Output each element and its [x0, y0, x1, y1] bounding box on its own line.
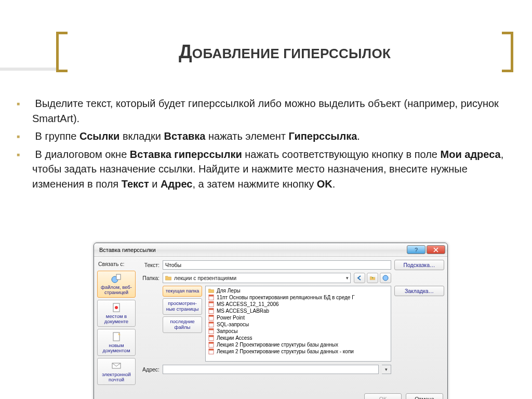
- list-item[interactable]: 11пт Основы проектирования реляционных Б…: [206, 294, 391, 301]
- browse-view-tabs: текущая папка просмотрен-ные страницы по…: [163, 286, 202, 362]
- tab-current-folder[interactable]: текущая папка: [163, 286, 202, 297]
- rail-label: Связать с:: [97, 261, 136, 269]
- dialog-footer: ОК Отмена: [94, 390, 447, 400]
- back-button[interactable]: [354, 273, 365, 283]
- bullet-text: Выделите текст, который будет гиперссылк…: [32, 98, 499, 124]
- bracket-right-icon: [502, 32, 513, 72]
- slide-title: Добавление гиперссылок: [68, 41, 502, 63]
- globe-file-icon: [111, 273, 122, 284]
- file-name: MS ACCESS_12_11_2006: [217, 301, 279, 307]
- tab-recent-files[interactable]: последние файлы: [163, 316, 202, 333]
- svg-rect-8: [209, 295, 214, 296]
- svg-point-3: [115, 306, 118, 309]
- slide-title-block: Добавление гиперссылок: [56, 26, 513, 78]
- svg-rect-22: [209, 342, 214, 343]
- file-name: Power Point: [217, 315, 245, 321]
- svg-rect-12: [209, 308, 214, 310]
- folder-combo[interactable]: лекции с презентациями ▾: [163, 273, 351, 283]
- tab-browsed-pages[interactable]: просмотрен-ные страницы: [163, 298, 202, 315]
- list-item[interactable]: Запросы: [206, 328, 391, 335]
- list-item[interactable]: Power Point: [206, 314, 391, 321]
- link-to-email[interactable]: электронной почтой: [97, 358, 136, 385]
- list-item[interactable]: Лекция 2 Проектирование структуры базы д…: [206, 348, 391, 355]
- svg-rect-18: [209, 328, 214, 330]
- close-icon: [433, 247, 438, 252]
- display-text-input[interactable]: [163, 260, 391, 270]
- chevron-down-icon: ▾: [346, 275, 349, 281]
- dialog-titlebar: Вставка гиперссылки ?: [94, 243, 447, 257]
- file-list[interactable]: Для Леры11пт Основы проектирования реляц…: [205, 286, 391, 362]
- help-icon: ?: [415, 247, 418, 253]
- insert-hyperlink-dialog: Вставка гиперссылки ? Связать с: файлом,…: [94, 243, 448, 399]
- close-button[interactable]: [427, 245, 445, 254]
- svg-rect-20: [209, 335, 214, 337]
- file-name: Лекция 2 Проектирование структуры базы д…: [217, 342, 338, 348]
- list-item[interactable]: Для Леры: [206, 287, 391, 294]
- file-name: 11пт Основы проектирования реляционных Б…: [217, 295, 355, 300]
- bracket-left-icon: [56, 32, 68, 72]
- file-name: MS ACCESS_LABRab: [217, 308, 269, 314]
- svg-rect-14: [209, 315, 214, 316]
- svg-rect-24: [209, 349, 214, 350]
- list-item[interactable]: SQL-запросы: [206, 321, 391, 328]
- mail-icon: [111, 361, 122, 371]
- dialog-main: Текст: Подсказка… Папка: лекции с презен…: [139, 260, 444, 385]
- rail-item-label: местом в документе: [99, 314, 134, 325]
- svg-rect-16: [209, 322, 214, 323]
- list-item[interactable]: MS ACCESS_LABRab: [206, 308, 391, 314]
- new-doc-icon: [111, 331, 122, 342]
- doc-target-icon: [111, 302, 122, 313]
- file-name: Для Леры: [217, 288, 241, 294]
- link-to-file-web[interactable]: файлом, веб-страницей: [97, 271, 136, 298]
- chevron-down-icon: ▾: [385, 367, 388, 372]
- text-label: Текст:: [139, 262, 159, 268]
- help-button[interactable]: ?: [407, 245, 425, 254]
- up-folder-icon: [369, 275, 376, 281]
- link-to-place[interactable]: местом в документе: [97, 300, 136, 327]
- bookmark-button[interactable]: Закладка…: [394, 286, 444, 296]
- list-item[interactable]: MS ACCESS_12_11_2006: [206, 301, 391, 308]
- svg-rect-1: [116, 274, 121, 280]
- list-item[interactable]: Лекции Access: [206, 335, 391, 341]
- address-label: Адрес:: [139, 366, 159, 373]
- folder-nav-icons: [354, 273, 391, 283]
- address-dropdown[interactable]: ▾: [382, 365, 391, 374]
- file-name: Запросы: [217, 328, 237, 334]
- browse-web-button[interactable]: [380, 273, 391, 283]
- address-input[interactable]: [163, 365, 379, 374]
- browse-web-icon: [382, 275, 389, 281]
- link-to-new-doc[interactable]: новым документом: [97, 329, 136, 356]
- bullet-item: В группе Ссылки вкладки Вставка нажать э…: [17, 129, 522, 144]
- dialog-title: Вставка гиперссылки: [99, 247, 406, 253]
- rail-item-label: электронной почтой: [99, 372, 134, 383]
- screentip-button[interactable]: Подсказка…: [394, 260, 444, 270]
- folder-icon: [165, 274, 172, 282]
- back-arrow-icon: [356, 275, 363, 281]
- rail-item-label: файлом, веб-страницей: [99, 285, 134, 296]
- file-name: Лекции Access: [217, 335, 252, 341]
- svg-rect-10: [209, 301, 214, 303]
- up-button[interactable]: [367, 273, 378, 283]
- link-type-rail: Связать с: файлом, веб-страницей местом …: [97, 260, 136, 385]
- list-item[interactable]: Лекция 2 Проектирование структуры базы д…: [206, 341, 391, 348]
- file-name: Лекция 2 Проектирование структуры базы д…: [217, 349, 354, 354]
- bullet-list: Выделите текст, который будет гиперссылк…: [17, 96, 522, 195]
- svg-point-6: [383, 275, 388, 281]
- ok-button[interactable]: ОК: [364, 393, 402, 400]
- rail-item-label: новым документом: [99, 343, 134, 354]
- bullet-item: В диалоговом окне Вставка гиперссылки на…: [17, 147, 522, 192]
- title-stripe: [0, 68, 56, 71]
- folder-name: лекции с презентациями: [174, 275, 236, 281]
- cancel-button[interactable]: Отмена: [406, 393, 443, 400]
- folder-label: Папка:: [139, 275, 159, 281]
- bullet-item: Выделите текст, который будет гиперссылк…: [17, 96, 522, 126]
- file-name: SQL-запросы: [217, 322, 249, 327]
